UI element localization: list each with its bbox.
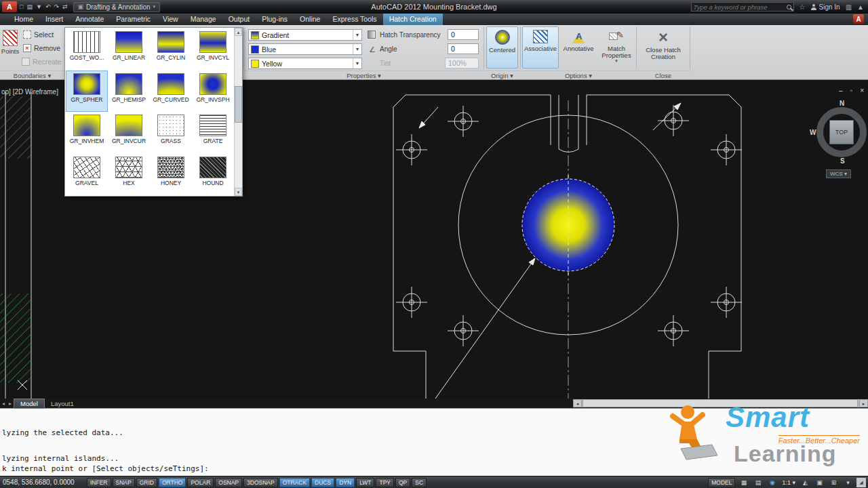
pattern-grass[interactable]: GRASS (150, 112, 192, 153)
pattern-hound[interactable]: HOUND (192, 154, 234, 195)
tab-online[interactable]: Online (294, 14, 326, 25)
recreate-boundary-button[interactable]: Recreate (22, 56, 62, 67)
match-properties-button[interactable]: ✎ Match Properties ▼ (598, 26, 635, 68)
tab-nav-left-icon[interactable]: ◂ (2, 401, 5, 407)
pattern-honey[interactable]: HONEY (150, 154, 192, 195)
pattern-grate[interactable]: GRATE (192, 112, 234, 153)
tab-view[interactable]: View (157, 14, 184, 25)
sign-in-button[interactable]: Sign In (811, 3, 840, 11)
quick-view-drawings-icon[interactable]: ▤ (752, 478, 764, 487)
undo-icon[interactable]: ↶ (45, 1, 51, 12)
clean-screen-icon[interactable]: ◢ (856, 478, 866, 487)
model-space-button[interactable]: MODEL (708, 478, 735, 487)
command-prompt[interactable]: k internal point or [Select objects/seTt… (2, 464, 209, 473)
plot-icon[interactable]: ⇄ (62, 1, 68, 12)
toggle-infer[interactable]: INFER (87, 478, 111, 487)
pattern-gr-invsph[interactable]: GR_INVSPH (192, 70, 234, 112)
autocad-exchange-icon[interactable]: A (853, 14, 864, 24)
search-icon[interactable] (787, 5, 791, 9)
search-input[interactable] (694, 3, 787, 11)
gradient-color1-dropdown[interactable]: Blue ▼ (248, 43, 362, 55)
viewcube-south[interactable]: S (840, 157, 845, 165)
tab-home[interactable]: Home (8, 14, 39, 25)
properties-panel-label[interactable]: Properties ▾ (244, 70, 484, 80)
toggle-osnap[interactable]: OSNAP (215, 478, 242, 487)
autocad-app-icon[interactable]: A (2, 1, 17, 12)
tab-output[interactable]: Output (222, 14, 256, 25)
viewport-controls-label[interactable]: op] [2D Wireframe] (1, 88, 58, 96)
gallery-scrollbar[interactable]: ▲ ▼ (234, 28, 242, 196)
scroll-down-icon[interactable]: ▼ (235, 188, 242, 196)
toggle-dyn[interactable]: DYN (336, 478, 355, 487)
gradient-color2-dropdown[interactable]: Yellow ▼ (248, 58, 362, 69)
status-bar-menu-icon[interactable]: ▾ (842, 478, 854, 487)
annotative-button[interactable]: A Annotative (560, 26, 597, 68)
viewcube-north[interactable]: N (840, 100, 844, 107)
tab-manage[interactable]: Manage (184, 14, 222, 25)
select-boundary-button[interactable]: Select (23, 29, 54, 40)
pick-points-button[interactable]: Points (0, 26, 20, 68)
close-hatch-creation-button[interactable]: × Close Hatch Creation (639, 26, 687, 68)
pattern-gr-spher[interactable]: GR_SPHER (66, 70, 108, 112)
pattern-gravel[interactable]: GRAVEL (66, 154, 108, 195)
scale-readout[interactable]: 1:1 ▾ (781, 479, 797, 486)
viewcube-west[interactable]: W (810, 129, 816, 136)
pattern-gr-hemisp[interactable]: GR_HEMISP (108, 70, 150, 112)
exchange-icon[interactable]: ▥ (846, 3, 852, 11)
pattern-gr-cylin[interactable]: GR_CYLIN (150, 28, 192, 70)
toggle-3dosnap[interactable]: 3DOSNAP (243, 478, 278, 487)
favorites-star-icon[interactable]: ☆ (800, 3, 806, 11)
annotation-visibility-icon[interactable]: ◭ (800, 478, 811, 487)
tab-insert[interactable]: Insert (39, 14, 69, 25)
open-icon[interactable]: ▤ (26, 1, 33, 12)
angle-value[interactable]: 0 (448, 43, 479, 54)
restore-icon[interactable]: ▫ (850, 87, 853, 94)
associative-button[interactable]: Associative (522, 26, 559, 68)
options-panel-label[interactable]: Options ▾ (521, 70, 636, 80)
origin-panel-label[interactable]: Origin ▾ (484, 70, 520, 80)
pattern-gr-curved[interactable]: GR_CURVED (150, 70, 192, 112)
pattern-gost-wood[interactable]: GOST_WO... (66, 28, 108, 70)
remove-boundary-button[interactable]: × Remove (23, 43, 60, 54)
help-panel-toggle-icon[interactable]: ▲ (857, 3, 864, 11)
workspace-switch-icon[interactable]: ▣ (814, 478, 825, 487)
quick-view-layouts-icon[interactable]: ▦ (738, 478, 749, 487)
boundaries-panel-label[interactable]: Boundaries ▾ (0, 70, 64, 80)
centered-origin-button[interactable]: Centered (486, 26, 518, 68)
transparency-value[interactable]: 0 (448, 29, 479, 40)
viewcube[interactable]: N W E S TOP (811, 100, 868, 165)
wcs-control[interactable]: WCS ▾ (826, 169, 851, 178)
annotation-scale-icon[interactable]: ◉ (766, 478, 778, 487)
minimize-icon[interactable]: – (839, 87, 843, 94)
tab-nav-right-icon[interactable]: ▸ (9, 401, 12, 407)
toggle-qp[interactable]: QP (395, 478, 410, 487)
pattern-hex[interactable]: HEX (108, 154, 150, 195)
tab-annotate[interactable]: Annotate (69, 14, 110, 25)
toggle-ortho[interactable]: ORTHO (159, 478, 186, 487)
toggle-otrack[interactable]: OTRACK (279, 478, 310, 487)
new-icon[interactable]: □ (20, 1, 23, 12)
pattern-gr-invcur[interactable]: GR_INVCUR (108, 112, 150, 153)
toggle-snap[interactable]: SNAP (113, 478, 135, 487)
scroll-up-icon[interactable]: ▲ (235, 28, 242, 36)
save-icon[interactable]: ▼ (36, 1, 42, 12)
scrollbar-thumb[interactable] (235, 86, 242, 123)
workspace-switcher[interactable]: ▣ Drafting & Annotation ▾ (73, 2, 161, 12)
toggle-sc[interactable]: SC (412, 478, 427, 487)
redo-icon[interactable]: ↷ (54, 1, 59, 12)
viewcube-top-face[interactable]: TOP (829, 120, 854, 144)
tab-parametric[interactable]: Parametric (110, 14, 157, 25)
tab-layout1[interactable]: Layout1 (45, 399, 80, 408)
tab-hatch-creation[interactable]: Hatch Creation (383, 14, 443, 25)
toggle-polar[interactable]: POLAR (187, 478, 214, 487)
close-window-icon[interactable]: × (860, 87, 864, 94)
scroll-left-icon[interactable]: ◂ (573, 399, 582, 407)
tab-plugins[interactable]: Plug-ins (256, 14, 294, 25)
search-box[interactable] (691, 2, 794, 12)
tab-model[interactable]: Model (14, 399, 45, 409)
toolbar-lock-icon[interactable]: ⊞ (828, 478, 840, 487)
toggle-ducs[interactable]: DUCS (311, 478, 334, 487)
pattern-gr-linear[interactable]: GR_LINEAR (108, 28, 150, 70)
hatch-type-dropdown[interactable]: Gradient ▼ (248, 29, 362, 41)
toggle-lwt[interactable]: LWT (356, 478, 374, 487)
